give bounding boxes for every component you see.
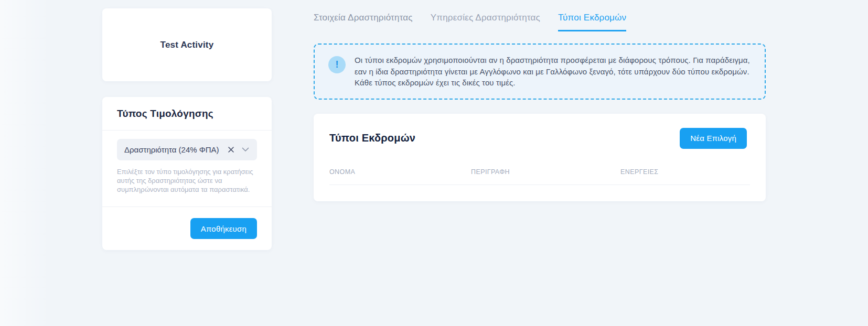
left-sidebar: Test Activity Τύπος Τιμολόγησης Δραστηρι… [102,8,272,250]
billing-type-select[interactable]: Δραστηριότητα (24% ΦΠΑ) [117,139,257,160]
tour-types-table-header-row: ΟΝΟΜΑ ΠΕΡΙΓΡΑΦΗ ΕΝΕΡΓΕΙΕΣ [314,168,766,176]
tab-activity-services[interactable]: Υπηρεσίες Δραστηριότητας [431,13,540,31]
table-header-description: ΠΕΡΙΓΡΑΦΗ [471,168,620,176]
info-box-text: Οι τύποι εκδρομών χρησιμοποιούνται αν η … [355,55,751,89]
billing-type-card: Τύπος Τιμολόγησης Δραστηριότητα (24% ΦΠΑ… [102,97,272,250]
table-header-name: ΟΝΟΜΑ [329,168,471,176]
billing-type-helper-text: Επιλέξτε τον τύπο τιμολόγησης για κρατήσ… [117,167,257,194]
clear-selection-icon[interactable] [227,146,235,154]
billing-card-footer: Αποθήκευση [102,207,272,250]
billing-card-body: Δραστηριότητα (24% ΦΠΑ) Επιλέξτε τον τύπ… [102,131,272,207]
save-button[interactable]: Αποθήκευση [190,218,257,239]
select-icons [227,146,250,154]
tab-bar: Στοιχεία Δραστηριότητας Υπηρεσίες Δραστη… [314,8,766,31]
tour-types-card-header: Τύποι Εκδρομών Νέα Επιλογή [314,114,766,149]
new-option-button[interactable]: Νέα Επιλογή [680,128,747,149]
billing-card-title: Τύπος Τιμολόγησης [117,108,257,119]
tab-tour-types[interactable]: Τύποι Εκδρομών [558,13,626,31]
tour-types-card: Τύποι Εκδρομών Νέα Επιλογή ΟΝΟΜΑ ΠΕΡΙΓΡΑ… [314,114,766,201]
tab-activity-details[interactable]: Στοιχεία Δραστηριότητας [314,13,413,31]
chevron-down-icon[interactable] [241,146,250,154]
info-exclamation-icon: ! [328,56,346,73]
activity-summary-card: Test Activity [102,8,272,81]
tour-types-info-box: ! Οι τύποι εκδρομών χρησιμοποιούνται αν … [314,44,766,100]
billing-type-select-value: Δραστηριότητα (24% ΦΠΑ) [124,145,227,154]
table-header-actions: ΕΝΕΡΓΕΙΕΣ [620,168,750,176]
activity-name: Test Activity [160,40,214,50]
tour-types-title: Τύποι Εκδρομών [329,132,415,144]
table-header-divider [329,184,750,185]
billing-card-header: Τύπος Τιμολόγησης [102,97,272,131]
main-content: Στοιχεία Δραστηριότητας Υπηρεσίες Δραστη… [314,8,766,201]
